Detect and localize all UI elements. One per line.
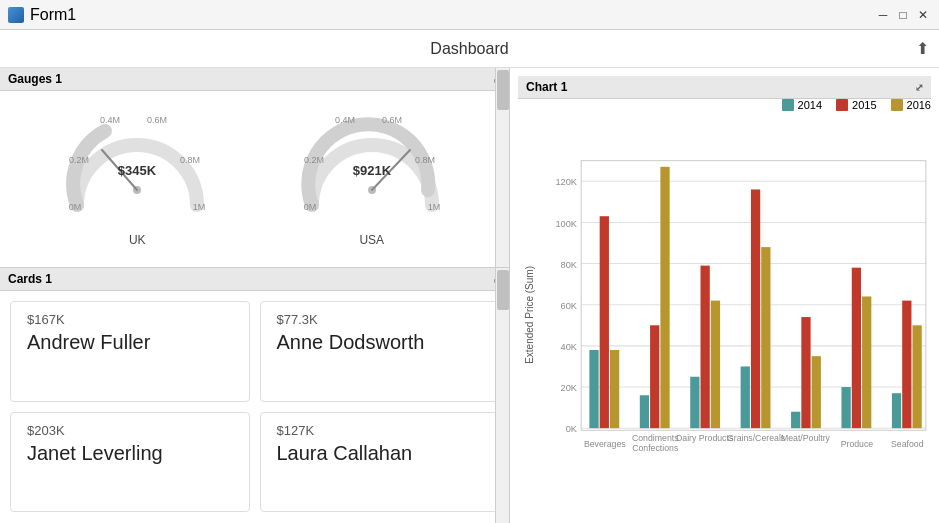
svg-text:$921K: $921K xyxy=(353,163,392,178)
chart-svg-container: 0K 20K 40K 60K 80K 100K 120K xyxy=(540,115,931,515)
card-0-name: Andrew Fuller xyxy=(27,331,233,354)
bar-beverages-2016 xyxy=(610,350,619,428)
legend-2014: 2014 xyxy=(782,99,822,111)
legend-dot-2016 xyxy=(891,99,903,111)
svg-text:40K: 40K xyxy=(561,342,578,352)
svg-text:100K: 100K xyxy=(555,219,577,229)
bar-grains-2016 xyxy=(761,247,770,428)
chart-legend: 2014 2015 2016 xyxy=(518,99,931,111)
title-bar-left: Form1 xyxy=(8,6,76,24)
cards-grid: $167K Andrew Fuller $77.3K Anne Dodswort… xyxy=(0,291,509,522)
svg-text:Beverages: Beverages xyxy=(584,439,626,449)
minimize-button[interactable]: ─ xyxy=(875,7,891,23)
svg-text:0M: 0M xyxy=(303,202,316,212)
bar-seafood-2016 xyxy=(912,325,921,428)
window-controls: ─ □ ✕ xyxy=(875,7,931,23)
card-2-name: Janet Leverling xyxy=(27,442,233,465)
svg-text:0.8M: 0.8M xyxy=(415,155,435,165)
cards-title: Cards 1 xyxy=(8,272,52,286)
y-axis-label: Extended Price (Sum) xyxy=(524,266,535,364)
bar-produce-2015 xyxy=(852,268,861,429)
svg-text:Meat/Poultry: Meat/Poultry xyxy=(781,433,831,443)
gauges-content: 0M 0.2M 0.4M 0.6M 0.8M 1M $345K UK xyxy=(0,91,509,251)
svg-text:Dairy Products: Dairy Products xyxy=(676,433,734,443)
svg-text:80K: 80K xyxy=(561,260,578,270)
svg-text:120K: 120K xyxy=(555,177,577,187)
cards-scrollbar-thumb[interactable] xyxy=(497,270,509,310)
card-0-amount: $167K xyxy=(27,312,233,327)
bar-seafood-2014 xyxy=(892,393,901,428)
bar-grains-2015 xyxy=(751,189,760,428)
left-panel: Gauges 1 ⤢ 0M 0.2M 0.4M 0.6M xyxy=(0,68,510,523)
card-3[interactable]: $127K Laura Callahan xyxy=(260,412,500,513)
svg-text:1M: 1M xyxy=(193,202,206,212)
y-label-container: Extended Price (Sum) xyxy=(518,115,540,515)
card-3-amount: $127K xyxy=(277,423,483,438)
main-content: Gauges 1 ⤢ 0M 0.2M 0.4M 0.6M xyxy=(0,68,939,523)
bar-produce-2014 xyxy=(841,387,850,428)
card-3-name: Laura Callahan xyxy=(277,442,483,465)
svg-text:1M: 1M xyxy=(427,202,440,212)
svg-text:$345K: $345K xyxy=(118,163,157,178)
legend-label-2015: 2015 xyxy=(852,99,876,111)
export-button[interactable]: ⬆ xyxy=(916,39,929,58)
bar-meat-2015 xyxy=(801,317,810,428)
gauges-title: Gauges 1 xyxy=(8,72,62,86)
bar-dairy-2014 xyxy=(690,377,699,428)
card-1-amount: $77.3K xyxy=(277,312,483,327)
cards-panel-header: Cards 1 ⤢ xyxy=(0,268,509,291)
bar-dairy-2015 xyxy=(701,266,710,429)
bar-seafood-2015 xyxy=(902,301,911,429)
bar-grains-2014 xyxy=(741,366,750,428)
card-1[interactable]: $77.3K Anne Dodsworth xyxy=(260,301,500,402)
card-0[interactable]: $167K Andrew Fuller xyxy=(10,301,250,402)
svg-text:0.2M: 0.2M xyxy=(69,155,89,165)
bar-condiments-2014 xyxy=(640,395,649,428)
legend-2015: 2015 xyxy=(836,99,876,111)
chart-panel-header: Chart 1 ⤢ xyxy=(518,76,931,99)
svg-text:Produce: Produce xyxy=(841,439,874,449)
gauge-uk-svg: 0M 0.2M 0.4M 0.6M 0.8M 1M $345K xyxy=(57,95,217,225)
gauge-uk-label: UK xyxy=(129,233,146,247)
legend-dot-2015 xyxy=(836,99,848,111)
dashboard-header: Dashboard ⬆ xyxy=(0,30,939,68)
bar-meat-2016 xyxy=(812,356,821,428)
svg-text:0M: 0M xyxy=(69,202,82,212)
svg-text:0K: 0K xyxy=(566,424,578,434)
app-title: Form1 xyxy=(30,6,76,24)
svg-text:0.4M: 0.4M xyxy=(100,115,120,125)
svg-text:20K: 20K xyxy=(561,383,578,393)
bar-condiments-2015 xyxy=(650,325,659,428)
legend-dot-2014 xyxy=(782,99,794,111)
bar-condiments-2016 xyxy=(660,167,669,428)
card-2[interactable]: $203K Janet Leverling xyxy=(10,412,250,513)
svg-text:Seafood: Seafood xyxy=(891,439,924,449)
cards-scrollbar[interactable] xyxy=(495,268,509,523)
legend-label-2014: 2014 xyxy=(798,99,822,111)
chart-svg: 0K 20K 40K 60K 80K 100K 120K xyxy=(540,115,931,515)
card-2-amount: $203K xyxy=(27,423,233,438)
svg-text:0.4M: 0.4M xyxy=(335,115,355,125)
chart-expand-icon[interactable]: ⤢ xyxy=(915,82,923,93)
bar-produce-2016 xyxy=(862,296,871,428)
svg-text:0.6M: 0.6M xyxy=(382,115,402,125)
chart-wrapper: Extended Price (Sum) xyxy=(518,115,931,515)
cards-section: Cards 1 ⤢ $167K Andrew Fuller $77.3K Ann… xyxy=(0,268,509,523)
dashboard-title: Dashboard xyxy=(430,40,508,58)
restore-button[interactable]: □ xyxy=(895,7,911,23)
chart-panel: Chart 1 ⤢ 2014 2015 2016 xyxy=(510,68,939,523)
bar-beverages-2015 xyxy=(600,216,609,428)
gauges-scrollbar[interactable] xyxy=(495,68,509,267)
svg-text:Confections: Confections xyxy=(632,443,679,453)
gauges-section: Gauges 1 ⤢ 0M 0.2M 0.4M 0.6M xyxy=(0,68,509,268)
svg-text:Condiments: Condiments xyxy=(632,433,679,443)
chart-panel-inner: Chart 1 ⤢ 2014 2015 2016 xyxy=(518,76,931,515)
close-button[interactable]: ✕ xyxy=(915,7,931,23)
svg-text:0.8M: 0.8M xyxy=(180,155,200,165)
bar-dairy-2016 xyxy=(711,301,720,429)
svg-text:60K: 60K xyxy=(561,301,578,311)
title-bar: Form1 ─ □ ✕ xyxy=(0,0,939,30)
gauges-scrollbar-thumb[interactable] xyxy=(497,70,509,110)
gauge-uk: 0M 0.2M 0.4M 0.6M 0.8M 1M $345K UK xyxy=(57,95,217,247)
gauge-usa: 0M 0.2M 0.4M 0.6M 0.8M 1M $921K USA xyxy=(292,95,452,247)
